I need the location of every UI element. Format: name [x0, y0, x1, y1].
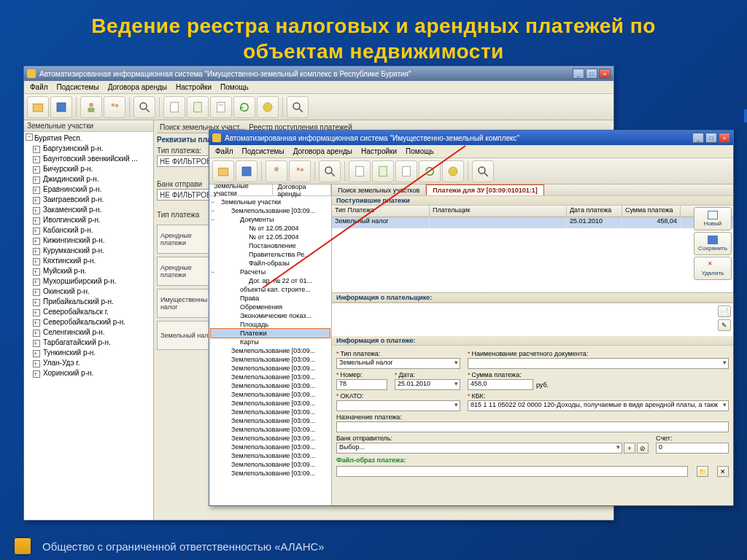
menu-item[interactable]: Договора аренды: [293, 147, 352, 155]
tree-node[interactable]: Землепользование [03:09...: [211, 451, 330, 460]
sum-input[interactable]: 458,0: [468, 379, 533, 390]
tool-doc3-icon[interactable]: [210, 96, 232, 118]
right-tab-payments[interactable]: Платежи для ЗУ [03:09:010101:1]: [426, 184, 544, 195]
tree-node[interactable]: Бичурский р-н.: [27, 164, 152, 174]
max-button[interactable]: □: [705, 133, 717, 143]
region-tree[interactable]: Бурятия Респ. Баргузинский р-н.Баунтовск…: [24, 132, 153, 520]
menu-item[interactable]: Настройки: [361, 147, 397, 155]
date-input[interactable]: 25.01.2010: [395, 379, 460, 390]
bank-select[interactable]: Выбор...: [336, 443, 622, 454]
tree-node[interactable]: Дог. ар. № 22 от 01...: [211, 276, 330, 285]
tree-node[interactable]: Землепользование [03:09...: [211, 381, 330, 390]
tree-node[interactable]: Землепользование [03:09...: [211, 355, 330, 364]
main-titlebar[interactable]: Автоматизированная информационная систем…: [24, 66, 614, 81]
menu-item[interactable]: Настройки: [176, 83, 212, 91]
tool-search-icon[interactable]: [319, 160, 341, 182]
menu-item[interactable]: Файл: [30, 83, 48, 91]
col-date[interactable]: Дата платежа: [567, 206, 622, 217]
tree-node[interactable]: Тарбагатайский р-н.: [27, 338, 152, 348]
tool-zoom-icon[interactable]: [472, 160, 494, 182]
sub-tab-land[interactable]: Земельные участки: [209, 184, 273, 195]
tool-doc2-icon[interactable]: [187, 96, 209, 118]
tool-user-icon[interactable]: [266, 160, 287, 182]
tree-node[interactable]: Землепользование [03:09...: [211, 373, 330, 381]
menu-item[interactable]: Подсистемы: [57, 83, 99, 91]
tool-doc1-icon[interactable]: [163, 96, 185, 118]
tree-node[interactable]: Окинский р-н.: [27, 287, 152, 297]
tree-node[interactable]: Кяхтинский р-н.: [27, 256, 152, 266]
payments-grid[interactable]: Тип Платежа Плательщик Дата платежа Сумм…: [332, 206, 733, 293]
tool-money-icon[interactable]: [442, 160, 464, 182]
tree-node[interactable]: Документы: [211, 215, 330, 224]
tree-node[interactable]: Постановление Правительства Ре...: [211, 241, 330, 259]
save-button[interactable]: Сохранить: [694, 232, 732, 255]
bank-clear-icon[interactable]: ⊘: [637, 443, 649, 454]
max-button[interactable]: □: [586, 69, 597, 79]
menu-item[interactable]: Файл: [215, 147, 233, 155]
tool-money-icon[interactable]: [257, 96, 279, 118]
purpose-input[interactable]: [336, 421, 729, 432]
menu-item[interactable]: Договора аренды: [108, 83, 167, 91]
tool-search-icon[interactable]: [133, 96, 155, 118]
tree-node[interactable]: Земельные участки: [211, 198, 330, 206]
paytype-select[interactable]: Земельный налог: [336, 358, 460, 369]
sub-tab-lease[interactable]: Договора аренды: [273, 184, 330, 195]
tree-node[interactable]: Хоринский р-н.: [27, 368, 152, 378]
tool-save-icon[interactable]: [50, 96, 72, 118]
tree-node[interactable]: Прибайкальский р-н.: [27, 297, 152, 307]
min-button[interactable]: _: [692, 133, 704, 143]
tree-node[interactable]: Муйский р-н.: [27, 266, 152, 276]
tree-node[interactable]: Карты: [211, 338, 330, 346]
menu-item[interactable]: Помощь: [406, 147, 434, 155]
tool-doc-list-icon[interactable]: [395, 160, 417, 182]
docname-select[interactable]: [468, 358, 729, 369]
close-button[interactable]: ×: [599, 69, 611, 79]
tree-node[interactable]: Еравнинский р-н.: [27, 184, 152, 195]
tree-node[interactable]: Землепользование [03:09...: [211, 346, 330, 355]
tree-node[interactable]: Селенгинский р-н.: [27, 327, 152, 338]
delete-button[interactable]: ✕Удалить: [694, 257, 732, 280]
tree-node[interactable]: объекты кап. строите...: [211, 285, 330, 294]
tree-node[interactable]: Землепользование [03:09...: [211, 443, 330, 451]
tool-users-icon[interactable]: [289, 160, 311, 182]
tree-node[interactable]: Улан-Удэ г.: [27, 358, 152, 368]
tool-users-icon[interactable]: [104, 96, 125, 118]
col-sum[interactable]: Сумма платежа: [622, 206, 681, 217]
tool-refresh-icon[interactable]: [419, 160, 441, 182]
tree-node[interactable]: Закаменский р-н.: [27, 205, 152, 215]
col-payer[interactable]: Плательщик: [430, 206, 567, 217]
tree-node[interactable]: Расчеты: [211, 268, 330, 276]
file-browse-icon[interactable]: 📁: [697, 466, 708, 477]
menu-item[interactable]: Подсистемы: [242, 147, 285, 155]
kbk-select[interactable]: 815 1 11 05022 02 0000 120-Доходы, получ…: [468, 400, 729, 411]
close-button[interactable]: ×: [719, 133, 730, 143]
acct-input[interactable]: 0: [656, 443, 729, 454]
tree-root[interactable]: Бурятия Респ.: [27, 133, 152, 144]
tree-node[interactable]: Платежи: [211, 329, 330, 338]
tree-node[interactable]: Баргузинский р-н.: [27, 144, 152, 154]
tree-node[interactable]: Кабанский р-н.: [27, 225, 152, 236]
okato-select[interactable]: [336, 400, 460, 411]
tool-refresh-icon[interactable]: [233, 96, 255, 118]
file-input[interactable]: [336, 466, 688, 477]
tool-user-icon[interactable]: [80, 96, 102, 118]
tree-node[interactable]: Файл-образы: [211, 259, 330, 268]
tree-node[interactable]: Северобайкальский р-н.: [27, 317, 152, 327]
tool-doc-green-icon[interactable]: [372, 160, 394, 182]
menu-item[interactable]: Помощь: [220, 83, 249, 91]
tree-node[interactable]: Баунтовский эвенкийский ...: [27, 154, 152, 164]
tree-node[interactable]: Тункинский р-н.: [27, 348, 152, 358]
tree-node[interactable]: Мухоршибирский р-н.: [27, 276, 152, 287]
tree-node[interactable]: Землепользование [03:09...: [211, 408, 330, 416]
tree-node[interactable]: Землепользование [03:09...: [211, 425, 330, 434]
tree-node[interactable]: Землепользование [03:09...: [211, 469, 330, 478]
tree-node[interactable]: Джидинский р-н.: [27, 174, 152, 184]
tree-node[interactable]: Обременения: [211, 303, 330, 311]
bank-add-icon[interactable]: +: [624, 443, 635, 454]
tree-node[interactable]: Экономические показ...: [211, 311, 330, 320]
num-input[interactable]: 78: [336, 379, 387, 390]
tree-node[interactable]: Землепользование [03:09...: [211, 206, 330, 215]
tree-node[interactable]: Землепользование [03:09...: [211, 390, 330, 399]
tool-open-icon[interactable]: [27, 96, 49, 118]
tree-node[interactable]: Землепользование [03:09...: [211, 460, 330, 469]
